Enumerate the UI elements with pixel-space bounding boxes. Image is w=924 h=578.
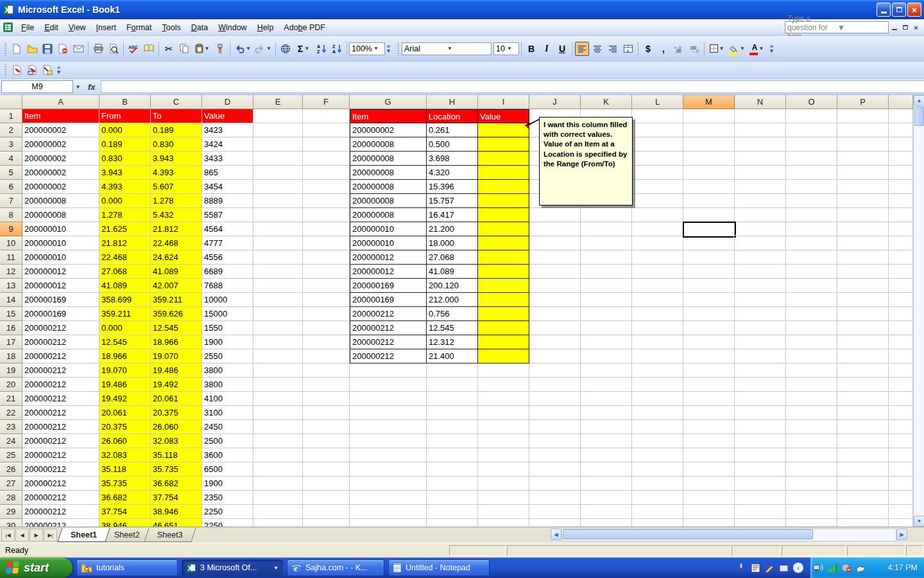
cell-D2[interactable]: 3423 — [202, 123, 253, 137]
tab-sheet1[interactable]: Sheet1 — [57, 528, 110, 542]
cell-G17[interactable]: 200000212 — [350, 335, 427, 349]
cell-F15[interactable] — [303, 307, 350, 321]
menu-data[interactable]: Data — [186, 21, 213, 34]
cell-A11[interactable]: 200000010 — [22, 250, 99, 265]
cell-O3[interactable] — [786, 137, 837, 152]
cell-F20[interactable] — [303, 378, 350, 392]
cell-N1[interactable] — [735, 109, 786, 123]
cell-C5[interactable]: 4.393 — [151, 166, 202, 180]
cell-G3[interactable]: 200000008 — [350, 137, 427, 152]
cell-E8[interactable] — [253, 208, 303, 222]
cell-J10[interactable] — [529, 236, 581, 250]
cell-G22[interactable] — [350, 406, 427, 420]
cell-P21[interactable] — [837, 392, 889, 406]
cell-D11[interactable]: 4556 — [202, 250, 253, 265]
cell-G18[interactable]: 200000212 — [350, 349, 427, 363]
cell-I13[interactable] — [478, 279, 529, 293]
currency-button[interactable]: $ — [641, 42, 655, 56]
cell-G2[interactable]: 200000002 — [350, 123, 427, 137]
cell-D18[interactable]: 2550 — [202, 349, 253, 363]
cell-L2[interactable] — [632, 123, 683, 137]
cell-M23[interactable] — [683, 420, 735, 434]
cell-J12[interactable] — [529, 265, 581, 279]
cell-C13[interactable]: 42.007 — [151, 279, 202, 293]
cell-N4[interactable] — [735, 152, 786, 166]
cell-D6[interactable]: 3454 — [202, 180, 253, 194]
cell-E28[interactable] — [253, 491, 303, 505]
cell-A15[interactable]: 200000169 — [22, 307, 99, 321]
start-button[interactable]: start — [0, 557, 73, 578]
cell-I30[interactable] — [478, 519, 529, 527]
cell-G15[interactable]: 200000212 — [350, 307, 427, 321]
cell-M24[interactable] — [683, 434, 735, 448]
cell-A23[interactable]: 200000212 — [22, 420, 99, 434]
cell-H3[interactable]: 0.500 — [427, 137, 478, 152]
cell-H26[interactable] — [427, 462, 478, 477]
row-header-16[interactable]: 16 — [0, 321, 22, 335]
cell-P14[interactable] — [837, 293, 889, 307]
minimize-button[interactable] — [877, 3, 891, 17]
menu-adobe-pdf[interactable]: Adobe PDF — [278, 21, 330, 34]
cell-E27[interactable] — [253, 477, 303, 491]
col-header-I[interactable]: I — [478, 95, 529, 109]
cell-P27[interactable] — [837, 477, 889, 491]
cell-H18[interactable]: 21.400 — [427, 349, 478, 363]
cell-A6[interactable]: 200000002 — [22, 180, 99, 194]
convert-and-email-pdf-button[interactable] — [25, 63, 39, 77]
cell-J14[interactable] — [529, 293, 581, 307]
cell-I18[interactable] — [478, 349, 529, 363]
cell-L13[interactable] — [632, 279, 683, 293]
cell-A13[interactable]: 200000012 — [22, 279, 99, 293]
cell-J29[interactable] — [529, 505, 581, 519]
row-header-28[interactable]: 28 — [0, 491, 22, 505]
active-cell-M9[interactable] — [683, 222, 736, 238]
cell-G14[interactable]: 200000169 — [350, 293, 427, 307]
taskbar-button-tutorials[interactable]: tutorials — [76, 559, 178, 576]
cell-O15[interactable] — [786, 307, 837, 321]
col-header-E[interactable]: E — [253, 95, 303, 109]
row-header-14[interactable]: 14 — [0, 293, 22, 307]
cell-B16[interactable]: 0.000 — [99, 321, 151, 335]
cell-L12[interactable] — [632, 265, 683, 279]
cell-I8[interactable] — [478, 208, 529, 222]
cell-A1[interactable]: Item — [22, 109, 99, 123]
cell-P24[interactable] — [837, 434, 889, 448]
cell-L21[interactable] — [632, 392, 683, 406]
cell-D29[interactable]: 2250 — [202, 505, 253, 519]
cell-G20[interactable] — [350, 378, 427, 392]
cell-H13[interactable]: 200.120 — [427, 279, 478, 293]
cell-D17[interactable]: 1900 — [202, 335, 253, 349]
col-header-L[interactable]: L — [632, 95, 683, 109]
cell-P19[interactable] — [837, 363, 889, 378]
size-dropdown-icon[interactable]: ▼ — [507, 46, 517, 51]
cell-G16[interactable]: 200000212 — [350, 321, 427, 335]
cell-J20[interactable] — [529, 378, 581, 392]
cell-D24[interactable]: 2500 — [202, 434, 253, 448]
cell-P22[interactable] — [837, 406, 889, 420]
cell-H21[interactable] — [427, 392, 478, 406]
cell-O11[interactable] — [786, 250, 837, 265]
cell-G10[interactable]: 200000010 — [350, 236, 427, 250]
cell-J8[interactable] — [529, 208, 581, 222]
cell-C29[interactable]: 38.946 — [151, 505, 202, 519]
cell-M21[interactable] — [683, 392, 735, 406]
cell-B25[interactable]: 32.083 — [99, 448, 151, 462]
cell-P13[interactable] — [837, 279, 889, 293]
cell-A22[interactable]: 200000212 — [22, 406, 99, 420]
paste-button[interactable]: ▼ — [193, 42, 212, 56]
cell-G25[interactable] — [350, 448, 427, 462]
cell-F24[interactable] — [303, 434, 350, 448]
cell-G9[interactable]: 200000010 — [350, 222, 427, 236]
cell-N17[interactable] — [735, 335, 786, 349]
cell-F3[interactable] — [303, 137, 350, 152]
cell-C14[interactable]: 359.211 — [151, 293, 202, 307]
cell-M27[interactable] — [683, 477, 735, 491]
cell-C9[interactable]: 21.812 — [151, 222, 202, 236]
name-box-dropdown-icon[interactable]: ▼ — [73, 80, 83, 93]
cell-A17[interactable]: 200000212 — [22, 335, 99, 349]
cell-B9[interactable]: 21.625 — [99, 222, 151, 236]
cell-E25[interactable] — [253, 448, 303, 462]
row-header-4[interactable]: 4 — [0, 152, 22, 166]
cell-B23[interactable]: 20.375 — [99, 420, 151, 434]
cell-H17[interactable]: 12.312 — [427, 335, 478, 349]
